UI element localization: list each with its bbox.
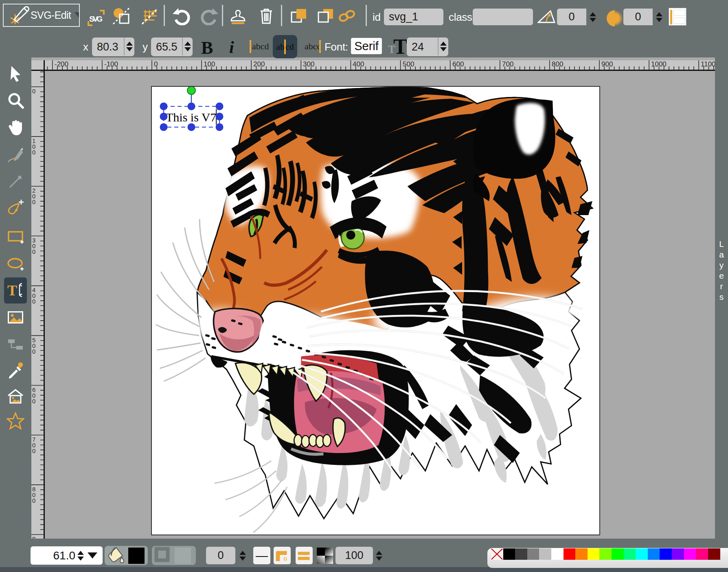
svg-text:300: 300 (303, 60, 314, 68)
svg-text:0: 0 (154, 60, 158, 68)
svg-text:500: 500 (403, 60, 414, 68)
svg-text:T: T (7, 282, 17, 299)
svg-text:800: 800 (552, 60, 563, 68)
svg-text:1100: 1100 (701, 60, 715, 68)
svg-text:600: 600 (452, 60, 464, 68)
svg-text:0: 0 (32, 497, 35, 504)
svg-text:1000: 1000 (651, 60, 667, 68)
svg-text:0: 0 (32, 398, 35, 405)
svg-text:0: 0 (32, 298, 35, 305)
svg-text:400: 400 (353, 60, 364, 68)
svg-text:This is V7: This is V7 (166, 110, 216, 124)
svg-text:0: 0 (32, 447, 35, 454)
svg-text:SVG: SVG (89, 15, 103, 23)
svg-text:0: 0 (32, 88, 35, 95)
svg-text:-200: -200 (55, 60, 68, 68)
svg-text:0: 0 (32, 149, 35, 156)
svg-text:700: 700 (502, 60, 513, 68)
svg-text:100: 100 (204, 60, 215, 68)
svg-text:900: 900 (601, 60, 613, 68)
svg-text:9: 9 (32, 535, 35, 539)
svg-text:0: 0 (32, 198, 35, 205)
svg-text:-100: -100 (104, 60, 118, 68)
svg-text:0: 0 (32, 348, 35, 355)
svg-text:200: 200 (253, 60, 265, 68)
svg-text:0: 0 (32, 248, 35, 255)
